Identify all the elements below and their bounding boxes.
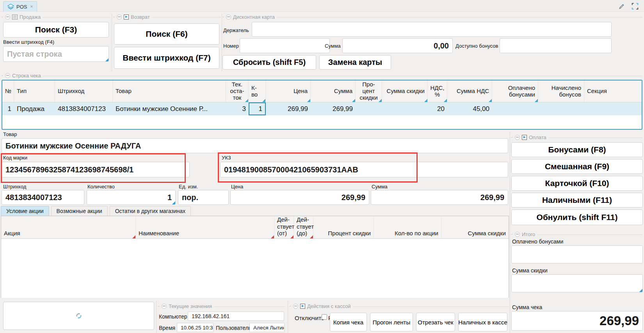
promo-col-qty[interactable]: Кол-во по акции [374,216,441,238]
tab-pos[interactable]: POS × [3,1,37,12]
card-replace-button[interactable]: Замена карты [319,55,391,70]
time-field[interactable]: 10.06.25 10:31 [177,323,213,332]
col-header-vat-sum[interactable]: Сумма НДС [447,81,492,102]
collapse-icon[interactable] [5,73,10,78]
pay-card-button[interactable]: Карточкой (F10) [511,176,643,191]
pay-reset-button[interactable]: Обнулить (shift F11) [511,209,643,225]
mark-code-field[interactable]: 1234567896325874123698745698/1 [2,162,190,177]
col-header-barcode[interactable]: Штрихкод [55,81,113,102]
receipt-row[interactable]: 1 Продажа 4813834007123 Ботинки мужские … [2,102,642,115]
cell-sum[interactable]: 269,99 [311,102,356,115]
col-header-vat-pct[interactable]: НДС, % [428,81,447,102]
available-bonus-field[interactable] [500,38,612,53]
computer-field[interactable]: 192.168.42.161 [188,312,284,321]
cut-receipt-button[interactable]: Отрезать чек [416,313,455,331]
divider [288,301,288,333]
group-title: Дисконтная карта [233,14,275,20]
col-header-accrued-bonus[interactable]: Начислено бонусов [538,81,584,102]
card-number-field[interactable] [240,38,330,53]
col-header-section[interactable]: Секция [584,81,642,102]
sale-barcode-input[interactable]: Пустая строка [3,46,109,62]
promo-tabs: Условие акции Возможные акции Остатки в … [1,206,191,216]
card-amount-field[interactable]: 0,00 [342,38,453,53]
promo-col-name[interactable]: Наименование [136,216,274,238]
cell-type[interactable]: Продажа [14,102,55,115]
promo-col-discount-pct[interactable]: Процент скидки [313,216,374,238]
cell-qty-focused[interactable]: 1 [249,102,266,115]
cash-in-drawer-button[interactable]: Наличных в кассе [458,313,507,331]
item-sum-field[interactable]: 269,99 [371,190,508,205]
tape-feed-button[interactable]: Прогон ленты [370,313,413,331]
cell-stock[interactable]: 3 [226,102,249,115]
refresh-button[interactable] [3,302,154,330]
sale-search-button[interactable]: Поиск (F3) [3,22,109,38]
collapse-icon[interactable] [515,232,520,237]
play-icon[interactable] [522,135,527,140]
cell-vat-sum[interactable]: 45,00 [447,102,492,115]
tab-close-icon[interactable]: × [30,4,33,9]
col-header-type[interactable]: Тип [14,81,55,102]
promo-col-valid-from[interactable]: Дей-ствует (от) [274,216,294,238]
user-field[interactable]: Алеся Лытина [249,323,285,332]
divider [156,301,157,333]
fullscreen-icon[interactable] [632,3,639,10]
product-name-field[interactable]: Ботинки мужские Осенние РАДУГА [2,138,508,153]
pay-mixed-button[interactable]: Смешанная (F9) [511,159,643,174]
cell-discount-pct[interactable] [356,102,382,115]
promo-col-action[interactable]: Акция [1,216,136,238]
promo-table-header: Акция Наименование Дей-ствует (от) Дей-с… [1,216,509,239]
col-header-paid-bonus[interactable]: Оплачено бонусами [492,81,538,102]
col-header-discount-sum[interactable]: Сумма скидки [382,81,428,102]
unit-field[interactable]: пор. [178,190,229,205]
pay-cash-button[interactable]: Наличными (F11) [511,193,643,208]
total-discount-field[interactable] [511,274,643,292]
tab-other-stores-stock[interactable]: Остатки в других магазинах [110,206,191,216]
cash-actions-group-header: Действия с кассой [290,303,509,309]
edit-pencil-icon[interactable] [618,3,625,10]
pos-window: POS × Продажа Возвр [0,0,644,333]
tab-promo-conditions[interactable]: Условие акции [1,206,49,216]
receipt-table: № Тип Штрихкод Товар Тек. оста-ток К-во … [2,80,642,130]
col-header-sum[interactable]: Сумма [311,81,356,102]
col-header-price[interactable]: Цена [266,81,311,102]
collapse-icon[interactable] [117,14,122,20]
ukz-field[interactable]: 019481900857000421065903731AAB [220,162,508,177]
return-barcode-button[interactable]: Ввести штрихкод (F7) [114,47,219,69]
col-header-discount-pct[interactable]: Про-цент скидки [356,81,382,102]
cell-discount-sum[interactable] [382,102,428,115]
cell-section[interactable] [584,102,642,115]
return-search-button[interactable]: Поиск (F6) [114,23,219,45]
collapse-icon[interactable] [226,14,231,20]
qty-field[interactable]: 1 [87,190,176,205]
tab-promo-possible[interactable]: Возможные акции [51,206,108,216]
price-field[interactable]: 269,99 [230,190,369,205]
col-header-num[interactable]: № [2,81,14,102]
cell-paid-bonus[interactable] [492,102,538,115]
cell-barcode[interactable]: 4813834007123 [55,102,113,115]
col-header-stock[interactable]: Тек. оста-ток [226,81,249,102]
disable-checkbox[interactable] [322,314,327,320]
play-icon[interactable] [300,304,305,309]
promo-col-valid-to[interactable]: Дей-ствует (до) [294,216,313,238]
promo-col-discount-sum[interactable]: Сумма скидки [441,216,509,238]
receipt-copy-button[interactable]: Копия чека [330,313,367,331]
paid-bonus-field[interactable] [511,245,643,263]
collapse-icon[interactable] [515,135,520,140]
play-icon[interactable] [124,14,129,20]
check-sum-field[interactable]: 269,99 [511,311,643,331]
cell-vat-pct[interactable]: 20 [428,102,447,115]
col-header-product[interactable]: Товар [113,81,226,102]
holder-field[interactable] [252,22,612,37]
col-header-qty[interactable]: К-во [249,81,266,102]
collapse-icon[interactable] [293,304,298,309]
group-title: Строка чека [12,73,41,79]
card-reset-button[interactable]: Сбросить (shift F5) [222,55,316,70]
cell-num[interactable]: 1 [2,102,14,115]
cell-price[interactable]: 269,99 [266,102,311,115]
item-barcode-field[interactable]: 4813834007123 [2,190,84,205]
cell-accrued-bonus[interactable] [538,102,584,115]
pay-bonus-button[interactable]: Бонусами (F8) [511,142,643,157]
collapse-icon[interactable] [5,14,10,20]
collapse-icon[interactable] [162,304,167,309]
cell-product[interactable]: Ботинки мужские Осенние Р... [113,102,226,115]
